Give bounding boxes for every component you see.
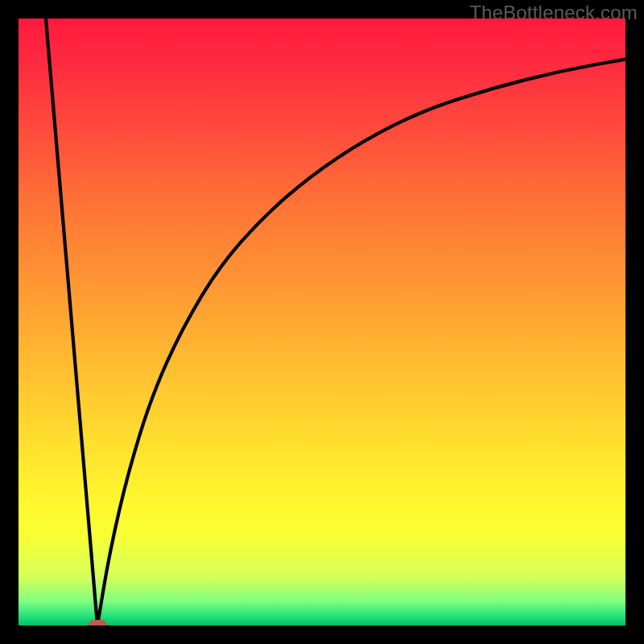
curve-path	[46, 19, 625, 625]
curve-svg	[19, 19, 625, 625]
plot-area	[19, 19, 625, 625]
minimum-marker	[88, 620, 107, 625]
